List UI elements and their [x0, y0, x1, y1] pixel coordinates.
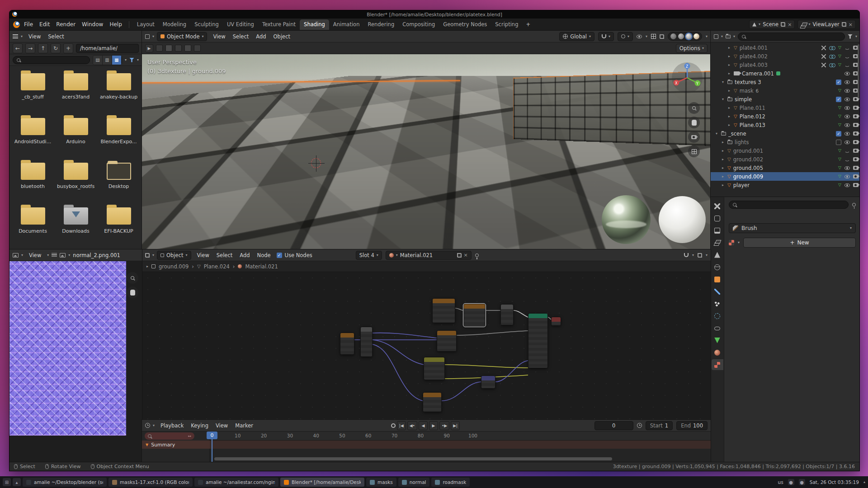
- file-item[interactable]: busybox_rootfs: [54, 159, 97, 195]
- shader-node[interactable]: [423, 392, 442, 412]
- exclude-checkbox[interactable]: ✓: [836, 97, 841, 102]
- channel-search-input[interactable]: ↔: [145, 432, 194, 440]
- menu-add[interactable]: Add: [253, 32, 269, 41]
- play-button[interactable]: ▶: [429, 421, 438, 430]
- pan-hand-button[interactable]: [688, 117, 700, 128]
- taskbar-window-button[interactable]: Blender* [/home/amalie/Desktop/blender/p…: [280, 478, 364, 487]
- tray-expand-icon[interactable]: ▴: [863, 480, 865, 484]
- disable-render-icon[interactable]: [853, 174, 859, 178]
- disable-render-icon[interactable]: [853, 157, 859, 161]
- menu-render[interactable]: Render: [53, 20, 79, 29]
- menu-view[interactable]: View: [210, 32, 228, 41]
- file-item[interactable]: AndroidStudi...: [11, 114, 54, 150]
- material-slot-selector[interactable]: Slot 4 ▾: [356, 251, 382, 260]
- remove-view-layer-icon[interactable]: ×: [849, 22, 853, 27]
- outliner-row-player[interactable]: ▸▽player▽: [711, 181, 860, 189]
- key-prev-button[interactable]: ◀•: [407, 421, 417, 430]
- tool-fallback-icon[interactable]: ▶: [145, 44, 153, 52]
- menu-object[interactable]: Object: [270, 32, 293, 41]
- menu-file[interactable]: File: [21, 20, 36, 29]
- hide-viewport-icon[interactable]: [844, 149, 850, 153]
- menu-view[interactable]: View: [212, 421, 231, 430]
- outliner-row-_scene[interactable]: ▾_scene✓: [711, 129, 860, 138]
- expand-icon[interactable]: ▸: [727, 89, 731, 93]
- disable-render-icon[interactable]: [853, 131, 859, 136]
- disable-render-icon[interactable]: [853, 183, 859, 187]
- hide-viewport-icon[interactable]: [844, 123, 850, 127]
- display-thumbnails-button[interactable]: ▦: [112, 56, 122, 65]
- display-list-vertical-button[interactable]: ▤: [93, 56, 103, 65]
- workspace-tab-shading[interactable]: Shading: [300, 19, 329, 30]
- outliner-item-label[interactable]: _scene: [728, 131, 746, 137]
- hide-viewport-icon[interactable]: [844, 141, 850, 144]
- jump-end-button[interactable]: ▶|: [451, 421, 460, 430]
- file-item[interactable]: _cb_stuff: [11, 70, 54, 106]
- outliner-item-label[interactable]: textures 3: [735, 79, 761, 85]
- shading-wireframe-icon[interactable]: [670, 33, 676, 39]
- hide-viewport-icon[interactable]: [844, 158, 850, 161]
- expand-icon[interactable]: ▸: [721, 157, 725, 161]
- outliner-row-ground-001[interactable]: ▸▽ground.001▽: [711, 146, 860, 155]
- display-settings-chevron[interactable]: ▾: [125, 58, 127, 62]
- brush-texture-selector[interactable]: Brush ▾: [729, 223, 856, 233]
- breadcrumb-object[interactable]: ground.009: [159, 263, 189, 270]
- disable-render-icon[interactable]: [853, 106, 859, 110]
- expand-icon[interactable]: ▸: [727, 106, 731, 110]
- zoom-button[interactable]: [688, 102, 700, 114]
- swap-icon[interactable]: ↔: [188, 434, 191, 438]
- outliner-item-label[interactable]: plate4.003: [740, 62, 768, 68]
- workspace-tab-animation[interactable]: Animation: [329, 19, 364, 30]
- principled-bsdf-node[interactable]: [528, 313, 548, 368]
- file-item[interactable]: EFI-BACKUP: [97, 204, 140, 240]
- shading-settings-chevron[interactable]: ▾: [706, 35, 708, 38]
- camera-view-button[interactable]: [688, 131, 700, 143]
- outliner-row-plane-011[interactable]: ▸▽Plane.011▽: [711, 103, 860, 112]
- properties-tab-tex[interactable]: [712, 359, 723, 370]
- snap-icon[interactable]: [684, 253, 689, 257]
- menu-view[interactable]: View: [25, 32, 44, 41]
- properties-tab-data[interactable]: [712, 335, 723, 346]
- editor-type-icon[interactable]: [13, 34, 18, 38]
- menu-view[interactable]: View: [26, 251, 44, 260]
- expand-icon[interactable]: ▸: [721, 149, 725, 153]
- unlink-material-icon[interactable]: ×: [464, 253, 468, 258]
- menu-edit[interactable]: Edit: [36, 20, 53, 29]
- hide-viewport-icon[interactable]: [844, 98, 850, 101]
- workspace-tab-compositing[interactable]: Compositing: [398, 19, 439, 30]
- expand-icon[interactable]: ▸: [727, 71, 731, 75]
- pan-hand-button[interactable]: [127, 286, 138, 298]
- hide-viewport-icon[interactable]: [844, 175, 850, 178]
- expand-icon[interactable]: ▸: [727, 123, 731, 127]
- workspace-tab-layout[interactable]: Layout: [133, 19, 159, 30]
- image-name[interactable]: normal_2.png.001: [73, 252, 120, 258]
- current-frame-field[interactable]: 0: [594, 421, 633, 430]
- outliner-item-label[interactable]: Plane.013: [740, 122, 765, 128]
- pin-icon[interactable]: [852, 203, 856, 206]
- outliner-item-label[interactable]: plate4.001: [740, 45, 768, 51]
- editor-type-icon[interactable]: [145, 423, 150, 428]
- breadcrumb-material[interactable]: Material.021: [245, 263, 278, 270]
- outliner-item-label[interactable]: simple: [735, 96, 752, 103]
- outliner-row-lights[interactable]: ▸lights: [711, 138, 860, 146]
- copy-material-icon[interactable]: [457, 253, 462, 258]
- menu-window[interactable]: Window: [79, 20, 106, 29]
- properties-tab-part[interactable]: [712, 298, 723, 309]
- expand-icon[interactable]: ▾: [721, 80, 725, 84]
- auto-key-record-icon[interactable]: [391, 423, 396, 428]
- editor-type-icon[interactable]: [145, 253, 150, 258]
- properties-tab-tool[interactable]: [712, 201, 723, 211]
- outliner-item-label[interactable]: ground.009: [733, 174, 763, 180]
- menu-add[interactable]: Add: [236, 251, 253, 260]
- taskbar-window-button[interactable]: amalie ~/Desktop/blender (scp startupfil…: [23, 478, 107, 487]
- jump-start-button[interactable]: |◀: [397, 421, 406, 430]
- tray-icon[interactable]: ●: [799, 479, 805, 485]
- workspace-tab-modeling[interactable]: Modeling: [159, 19, 190, 30]
- mode-selector[interactable]: Object Mode ▾: [157, 32, 207, 41]
- hide-viewport-icon[interactable]: [844, 46, 850, 50]
- playhead-frame-badge[interactable]: 0: [207, 432, 217, 439]
- shader-node[interactable]: [432, 298, 455, 323]
- disable-render-icon[interactable]: [853, 140, 859, 144]
- shader-node-selected[interactable]: [463, 304, 486, 327]
- outliner-item-label[interactable]: ground.005: [733, 165, 763, 171]
- scene-selector[interactable]: ▾ Scene ×: [749, 20, 795, 29]
